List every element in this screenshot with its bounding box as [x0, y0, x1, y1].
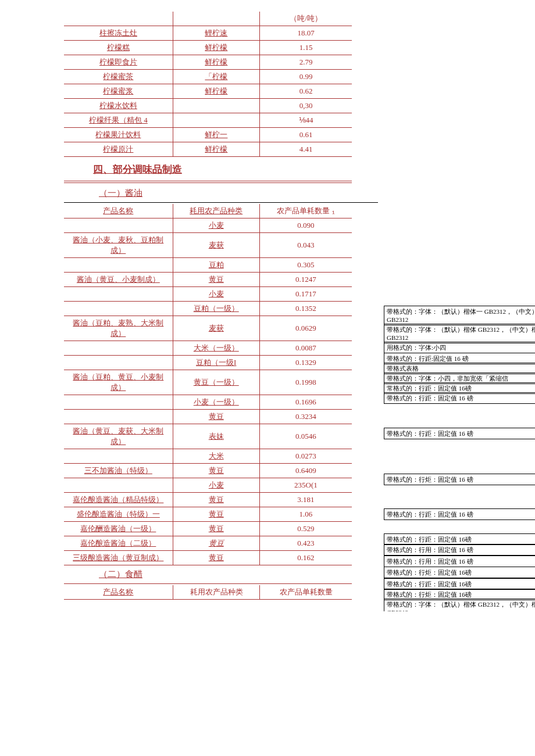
table-vinegar: 产品名称 耗用农产品种类 农产品单耗数量 [64, 585, 352, 600]
table-row: 柠檬糕鲜柠檬1.15 [64, 41, 352, 55]
cell-ingredient: 小麦 [173, 218, 259, 233]
cell-ingredient [173, 113, 259, 128]
cell-product [64, 449, 173, 464]
table-row: 酱油（黄豆、小麦制成）黄豆0.1247 [64, 273, 352, 287]
table-row: 柠檬蜜茶「柠檬0.99 [64, 70, 352, 84]
cell-value: 0.6409 [259, 464, 352, 478]
cell-value: 1.06 [259, 507, 352, 522]
table-row: 小麦0.1717 [64, 287, 352, 302]
cell-ingredient: 黄豆 [173, 551, 259, 565]
cell-product [64, 356, 173, 370]
subsection-heading-2: （二）食醋 [64, 565, 352, 582]
table-row: 柠檬果汁饮料鲜柠一0.61 [64, 128, 352, 142]
cell-value: 4.41 [260, 142, 352, 157]
table-row: 黄豆0.3234 [64, 410, 352, 424]
cell-value: 0.090 [259, 218, 352, 233]
cell-product: 柠檬果汁饮料 [64, 128, 173, 142]
table-header-row: 产品名称 耗用农产品种类 农产品单耗数量 [64, 585, 352, 600]
format-note: 带格式的：字体：（默认）楷体 GB2312，（中文）楷体GB2312 [384, 324, 535, 343]
cell-value: 0,30 [260, 99, 352, 113]
cell-ingredient: 黄豆 [173, 507, 259, 522]
cell-product: 三不加酱油（特级） [64, 464, 173, 478]
main-content: （吨/吨） 柱擦冻土灶鲤柠速18.07柠檬糕鲜柠檬1.15柠檬即食片鲜柠檬2.7… [64, 12, 352, 600]
table-row: 柠檬纤果（精包 4⅟₈44 [64, 113, 352, 128]
cell-value: 0.1247 [259, 273, 352, 287]
cell-ingredient: 鲜柠檬 [173, 142, 259, 157]
cell-product: 酱油（黄豆、麦获、大米制成） [64, 424, 173, 449]
cell-value: 2.79 [260, 55, 352, 70]
col-product-name: 产品名称 [64, 204, 173, 218]
cell-ingredient: 黄豆 [173, 273, 259, 287]
cell-value: 0.043 [259, 233, 352, 258]
cell-product: 酱油（豆粕、黄豆、小麦制成） [64, 370, 173, 395]
cell-ingredient: 豆粕（一级I [173, 356, 259, 370]
cell-product [64, 302, 173, 316]
cell-value: 0.0087 [259, 341, 352, 356]
cell-ingredient: 鲜柠一 [173, 128, 259, 142]
cell-product [64, 395, 173, 410]
col-product-name: 产品名称 [64, 585, 173, 600]
cell-ingredient: 黄豆 [173, 410, 259, 424]
table-row: （吨/吨） [64, 12, 352, 26]
col-ingredient-type: 耗用农产品种类 [173, 204, 259, 218]
cell-product: 嘉伦酿造酱油（二级） [64, 536, 173, 551]
format-note: 带格式的：行距：固定值 16 磅 [384, 392, 535, 404]
cell-value: 0.1717 [259, 287, 352, 302]
col-ingredient-type: 耗用农产品种类 [173, 585, 259, 600]
cell-ingredient: 大米（一级） [173, 341, 259, 356]
cell-value: 0.1998 [259, 370, 352, 395]
cell-ingredient: 表妹 [173, 424, 259, 449]
table-row: 豆粕（一级I0.1329 [64, 356, 352, 370]
format-note: 带格式的：行距：固定值 16磅 [384, 578, 535, 590]
cell-ingredient: 豆粕（一级） [173, 302, 259, 316]
table-row: 大米（一级）0.0087 [64, 341, 352, 356]
cell-ingredient: 小麦 [173, 287, 259, 302]
cell-ingredient: 豆粕 [173, 258, 259, 273]
cell-product: 柠檬水饮料 [64, 99, 173, 113]
cell-product: 柱擦冻土灶 [64, 26, 173, 41]
cell-product: 嘉伦酿造酱油（精品特级） [64, 493, 173, 507]
cell-product [64, 410, 173, 424]
cell-ingredient: 鲜柠檬 [173, 41, 259, 55]
table-row: 酱油（小麦、麦秋、豆粕制成）麦获0.043 [64, 233, 352, 258]
cell-ingredient: 黄豆 [173, 536, 259, 551]
cell-product: 酱油（黄豆、小麦制成） [64, 273, 173, 287]
cell-value: 1.15 [260, 41, 352, 55]
cell-product [64, 287, 173, 302]
col-consumption-qty: 农产品单耗数量 [260, 585, 352, 600]
format-note: 带格式的：行距：固定值 16 磅 [384, 508, 535, 520]
cell-value: 0.1329 [259, 356, 352, 370]
cell-value: 3.181 [259, 493, 352, 507]
table-soy-sauce: 产品名称 耗用农产品种类 农产品单耗数量 ₁ 小麦0.090酱油（小麦、麦秋、豆… [64, 204, 352, 565]
cell-product: 柠檬即食片 [64, 55, 173, 70]
table-row: 嘉伦酿造酱油（二级）黄豆0.423 [64, 536, 352, 551]
format-note: 带格式的：字体：（默认）楷体 GB2312，（中文）楷体GB2312 [384, 599, 535, 611]
cell-ingredient [173, 99, 259, 113]
cell-value: 18.07 [260, 26, 352, 41]
cell-value: 0.0629 [259, 316, 352, 341]
cell-product [64, 341, 173, 356]
cell-value: ⅟₈44 [260, 113, 352, 128]
format-note: 带格式的：行炬：固定值 16磅 [384, 567, 535, 578]
table-row: 小麦0.090 [64, 218, 352, 233]
cell-value: 0.1696 [259, 395, 352, 410]
cell-value: 0.0273 [259, 449, 352, 464]
table-row: 柠檬原汁鲜柠檬4.41 [64, 142, 352, 157]
table-row: 柠檬蜜浆鲜柠檬0.62 [64, 84, 352, 99]
table-row: 嘉伦酿造酱油（精品特级）黄豆3.181 [64, 493, 352, 507]
cell-ingredient: 黄豆（一级） [173, 370, 259, 395]
cell-ingredient: 小麦（一级） [173, 395, 259, 410]
table-row: 柱擦冻土灶鲤柠速18.07 [64, 26, 352, 41]
col-consumption-qty: 农产品单耗数量 ₁ [259, 204, 352, 218]
cell-product: 柠檬蜜茶 [64, 70, 173, 84]
table-row: 盛伦酿造酱油（特级）一黄豆1.06 [64, 507, 352, 522]
cell-value: 0.529 [259, 522, 352, 536]
cell-value: 0.0546 [259, 424, 352, 449]
cell-ingredient: 麦获 [173, 316, 259, 341]
section-heading-4: 四、部分调味品制造 [64, 157, 352, 180]
table-row: 酱油（豆粕、麦熟、大米制成）麦获0.0629 [64, 316, 352, 341]
format-note: 带格式的：行距：固定值 16 磅 [384, 428, 535, 439]
cell-product: 柠檬原汁 [64, 142, 173, 157]
table-row: 柠檬水饮料0,30 [64, 99, 352, 113]
table-row: 小麦（一级）0.1696 [64, 395, 352, 410]
